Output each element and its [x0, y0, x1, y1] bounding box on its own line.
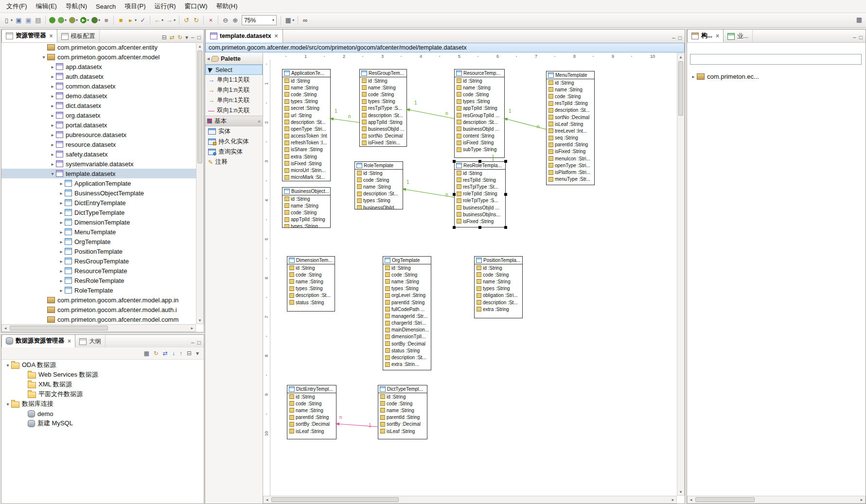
close-icon[interactable]: ×	[275, 33, 278, 39]
tree-expander-icon[interactable]: ▸	[58, 229, 65, 235]
tree-expander-icon[interactable]: ▸	[58, 268, 65, 274]
view-menu-icon[interactable]: ▾	[196, 350, 199, 356]
palette-item[interactable]: 实体	[205, 126, 263, 137]
palette-item[interactable]: →单向1:n关联	[205, 85, 263, 95]
tab-resource-explorer[interactable]: 资源管理器×	[1, 29, 57, 42]
entity-orgtemplate[interactable]: OrgTemplateid :Stringcode :Stringname :S…	[383, 256, 431, 370]
tree-expander-icon[interactable]: ▸	[58, 200, 65, 206]
tree-expander-icon[interactable]: ▾	[4, 401, 11, 407]
entity-dicttypetempl[interactable]: DictTypeTempl...id :Stringcode :Stringna…	[378, 385, 427, 439]
tree-item[interactable]: ▾template.datasetx	[1, 169, 196, 178]
menu-n[interactable]: 导航(N)	[61, 0, 91, 12]
new-wizard-button[interactable]: ▯▾	[2, 15, 14, 26]
selection-handle[interactable]	[504, 160, 507, 163]
tree-expander-icon[interactable]: ▸	[49, 113, 56, 118]
tree-item[interactable]: ▸RoleTemplate	[1, 285, 196, 295]
tree-item[interactable]: ▸DictTypeTemplate	[1, 208, 196, 217]
save-all-button[interactable]: ▣	[24, 15, 33, 26]
explorer-hscrollbar[interactable]: ◂ ▸	[1, 324, 196, 332]
menu-r[interactable]: 运行(R)	[150, 0, 180, 12]
tree-item[interactable]: ▸safety.datasetx	[1, 149, 196, 159]
minimize-icon[interactable]: –	[191, 340, 194, 346]
tree-expander-icon[interactable]: ▸	[49, 152, 56, 157]
tree-item[interactable]: ▾数据库连接	[1, 399, 204, 409]
refresh-icon[interactable]: ↻	[177, 35, 182, 40]
maximize-icon[interactable]: □	[859, 35, 863, 40]
new-datasource-icon[interactable]: ▦	[143, 350, 149, 356]
diagram-canvas[interactable]: ApplicationTe...id :Stringname :Stringco…	[270, 60, 677, 496]
scroll-up-icon[interactable]: ▴	[677, 53, 684, 60]
entity-positiontempla[interactable]: PositionTempla...id :Stringcode :Stringn…	[474, 256, 523, 318]
delete-button[interactable]: ×	[206, 15, 215, 26]
coverage-button[interactable]: ▾	[90, 15, 101, 26]
scrollbar-thumb[interactable]	[695, 497, 755, 502]
collapse-all-icon[interactable]: ⊟	[162, 35, 167, 40]
tree-item[interactable]: ▸pubresource.datasetx	[1, 130, 196, 139]
entity-menutemplate[interactable]: MenuTemplateid :Stringname :Stringcode :…	[546, 71, 595, 185]
tree-expander-icon[interactable]: ▾	[40, 54, 47, 60]
tree-item[interactable]: com.primeton.gocom.afcenter.model.auth.i	[1, 305, 196, 314]
menu-h[interactable]: 帮助(H)	[212, 0, 242, 12]
tree-item[interactable]: ▸systemvariable.datasetx	[1, 159, 196, 169]
palette-item[interactable]: Select	[205, 65, 263, 75]
search-button[interactable]: ▸▾	[126, 15, 138, 26]
save-button[interactable]: ▣	[14, 15, 23, 26]
palette-item[interactable]: 持久化实体	[205, 137, 263, 147]
menu-p[interactable]: 项目(P)	[120, 0, 150, 12]
forward-button[interactable]: →▾	[165, 15, 177, 26]
selection-handle[interactable]	[504, 226, 507, 229]
right-hscrollbar[interactable]: ◂ ▸	[687, 496, 866, 504]
bookmark-button[interactable]: ✓	[138, 15, 147, 26]
entity-resgrouptem[interactable]: ResGroupTem...id :Stringname :Stringcode…	[359, 69, 407, 147]
print-button[interactable]: ▤	[34, 15, 43, 26]
tree-item[interactable]: ▸ResourceTemplate	[1, 266, 196, 276]
palette-item[interactable]: —双向1:n关联	[205, 105, 263, 116]
tree-item[interactable]: ▸dict.datasetx	[1, 101, 196, 110]
perspective-icon[interactable]: ▦	[856, 16, 862, 23]
scroll-up-icon[interactable]: ▴	[196, 43, 203, 50]
entity-resroletempla[interactable]: ResRoleTempla...id :StringresTplId :Stri…	[454, 161, 506, 227]
tree-item[interactable]: ▸ResGroupTemplate	[1, 256, 196, 266]
tree-item[interactable]: XML 数据源	[1, 380, 204, 389]
tree-item[interactable]: ▸org.datasetx	[1, 110, 196, 120]
menu-f[interactable]: 文件(F)	[2, 0, 32, 12]
tree-expander-icon[interactable]: ▸	[58, 249, 65, 254]
tab-outline[interactable]: 大纲	[75, 335, 106, 348]
menu-w[interactable]: 窗口(W)	[180, 0, 212, 12]
tree-expander-icon[interactable]: ▸	[690, 74, 697, 79]
tree-expander-icon[interactable]: ▸	[58, 278, 65, 283]
selection-handle[interactable]	[478, 160, 481, 163]
tab-template-config[interactable]: 模板配置	[57, 30, 100, 42]
refresh-icon[interactable]: ↻	[154, 350, 159, 356]
menu-e[interactable]: 编辑(E)	[32, 0, 61, 12]
redo-button[interactable]: ↻	[192, 15, 201, 26]
link-with-editor-icon[interactable]: ⇄	[163, 350, 168, 356]
back-button[interactable]: ←▾	[153, 15, 164, 26]
stop-button[interactable]: ■	[102, 15, 111, 26]
palette-view-button[interactable]: ▦▾	[283, 15, 295, 26]
selection-handle[interactable]	[453, 193, 456, 196]
link-with-editor-icon[interactable]: ⇄	[170, 35, 175, 40]
palette-item[interactable]: 查询实体	[205, 147, 263, 157]
tree-expander-icon[interactable]: ▸	[49, 122, 56, 128]
tree-item[interactable]: ▾ODA 数据源	[1, 360, 204, 370]
collapse-all-icon[interactable]: ⊟	[187, 350, 192, 356]
tree-item[interactable]: ▸app.datasetx	[1, 62, 196, 71]
tree-expander-icon[interactable]: ▾	[4, 363, 11, 368]
tree-item[interactable]: ▾com.primeton.gocom.afcenter.model	[1, 52, 196, 62]
palette-header[interactable]: ◂ Palette	[205, 53, 263, 65]
tree-expander-icon[interactable]: ▸	[49, 132, 56, 138]
tree-item[interactable]: ▸MenuTemplate	[1, 227, 196, 237]
filter-input[interactable]	[690, 54, 862, 65]
explorer-vscrollbar[interactable]: ▴ ▾	[196, 42, 204, 324]
selection-handle[interactable]	[453, 160, 456, 163]
tree-item[interactable]: ▸common.datasetx	[1, 81, 196, 91]
tree-item[interactable]: ▸com.primeton.ec...	[687, 71, 866, 81]
tree-expander-icon[interactable]: ▸	[58, 239, 65, 244]
tree-item[interactable]: com.primeton.gocom.afcenter.entity	[1, 42, 196, 52]
view-menu-icon[interactable]: ▾	[185, 35, 188, 40]
scroll-right-icon[interactable]: ▸	[670, 496, 676, 503]
editor-vscrollbar[interactable]: ▴ ▾	[677, 53, 685, 496]
tree-expander-icon[interactable]: ▸	[58, 259, 65, 264]
scrollbar-thumb[interactable]	[197, 51, 202, 163]
